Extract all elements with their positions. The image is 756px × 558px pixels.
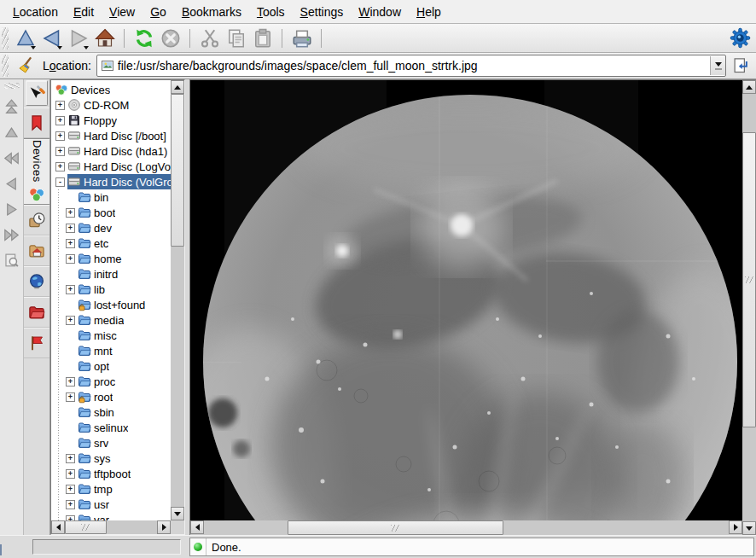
- scroll-left-button[interactable]: [51, 520, 65, 534]
- sidebar-tab-bookmarks[interactable]: [24, 108, 49, 138]
- tree-expander[interactable]: +: [55, 162, 65, 171]
- tree-item-dev[interactable]: + dev: [51, 220, 171, 235]
- viewer-button-scroll-top[interactable]: [1, 94, 23, 119]
- scrollbar-thumb[interactable]: [171, 94, 184, 247]
- toolbar-button-reload[interactable]: [131, 26, 157, 51]
- tree-item-lost-found[interactable]: lost+found: [51, 297, 171, 312]
- viewer-button-previous[interactable]: [1, 171, 23, 196]
- image-horizontal-scrollbar[interactable]: [190, 520, 742, 535]
- scrollbar-thumb[interactable]: [742, 132, 756, 427]
- tree-item-devices[interactable]: Devices: [51, 82, 171, 97]
- viewer-button-first[interactable]: [1, 145, 23, 171]
- tree-item-etc[interactable]: + etc: [51, 235, 171, 251]
- sidebar-tab-services[interactable]: [24, 328, 49, 358]
- sidebar-tab-home-folder[interactable]: [24, 235, 49, 266]
- image-viewport[interactable]: [190, 80, 742, 520]
- tree-item-sbin[interactable]: sbin: [51, 404, 171, 420]
- toolbar-button-print[interactable]: [288, 26, 315, 51]
- toolbar-button-home[interactable]: [91, 26, 118, 51]
- location-input[interactable]: file:/usr/share/backgrounds/images/space…: [96, 55, 726, 77]
- menu-help[interactable]: Help: [409, 2, 449, 22]
- tree-item-hard-disc-logvol0[interactable]: + Hard Disc (LogVol0: [51, 159, 171, 174]
- viewer-button-scroll-up[interactable]: [1, 119, 23, 145]
- location-dropdown-button[interactable]: [710, 56, 725, 75]
- menu-go[interactable]: Go: [142, 2, 174, 22]
- tree-item-cd-rom[interactable]: + CD-ROM: [51, 97, 171, 113]
- tree-item-bin[interactable]: bin: [51, 189, 171, 205]
- tree-expander[interactable]: +: [66, 254, 75, 264]
- toolbar-button-up[interactable]: [12, 26, 38, 51]
- scrollbar-thumb[interactable]: [65, 520, 107, 534]
- toolbar-grip[interactable]: [2, 27, 9, 49]
- tree-item-hard-disc-boot-[interactable]: + Hard Disc [/boot]: [51, 128, 171, 143]
- tree-item-home[interactable]: + home: [51, 251, 171, 266]
- viewer-button-next[interactable]: [1, 196, 23, 222]
- sidebar-tab-history[interactable]: [24, 205, 49, 235]
- tree-item-root[interactable]: + root: [51, 389, 171, 404]
- viewer-toolbar-grip[interactable]: [4, 83, 20, 89]
- tree-horizontal-scrollbar[interactable]: [51, 520, 171, 534]
- tree-expander[interactable]: +: [66, 316, 75, 325]
- sidebar-tab-network[interactable]: [24, 266, 49, 297]
- location-toolbar-grip[interactable]: [2, 55, 9, 77]
- tree-item-sys[interactable]: + sys: [51, 450, 171, 466]
- tree-item-opt[interactable]: opt: [51, 358, 171, 374]
- tree-expander[interactable]: +: [66, 285, 75, 294]
- clear-location-button[interactable]: [15, 55, 39, 77]
- tree-item-var[interactable]: + var: [51, 512, 171, 520]
- scrollbar-thumb[interactable]: [288, 520, 503, 535]
- tree-expander[interactable]: +: [66, 239, 75, 248]
- tree-item-srv[interactable]: srv: [51, 435, 171, 450]
- tree-expander[interactable]: -: [55, 177, 65, 187]
- sidebar-tab-configure[interactable]: [26, 80, 48, 106]
- konqueror-logo-button[interactable]: [727, 26, 753, 51]
- viewer-button-preview[interactable]: [1, 247, 23, 273]
- sidebar-tab-devices[interactable]: Devices: [24, 138, 49, 205]
- tree-expander[interactable]: +: [55, 101, 65, 110]
- scroll-up-button[interactable]: [742, 80, 756, 94]
- scroll-right-button[interactable]: [157, 520, 171, 534]
- menu-location[interactable]: Location: [5, 2, 66, 22]
- menu-tools[interactable]: Tools: [249, 2, 293, 22]
- menu-view[interactable]: View: [102, 2, 142, 22]
- tree-expander[interactable]: +: [66, 500, 75, 509]
- tree-item-selinux[interactable]: selinux: [51, 420, 171, 435]
- viewer-button-last[interactable]: [1, 222, 23, 247]
- tree-expander[interactable]: +: [66, 469, 75, 479]
- tree-item-tmp[interactable]: + tmp: [51, 481, 171, 497]
- tree-item-hard-disc-hda1-[interactable]: + Hard Disc (hda1) [/: [51, 143, 171, 159]
- go-button[interactable]: [730, 55, 752, 77]
- menu-window[interactable]: Window: [351, 2, 409, 22]
- scroll-down-button[interactable]: [171, 507, 184, 520]
- tree-expander[interactable]: +: [55, 147, 65, 156]
- tree-expander[interactable]: +: [66, 392, 75, 402]
- menu-settings[interactable]: Settings: [293, 2, 352, 22]
- tree-expander[interactable]: +: [66, 208, 75, 218]
- menu-bookmarks[interactable]: Bookmarks: [174, 2, 249, 22]
- scroll-right-button[interactable]: [729, 520, 742, 534]
- tree-item-floppy[interactable]: + Floppy: [51, 113, 171, 128]
- tree-item-tftpboot[interactable]: + tftpboot: [51, 466, 171, 481]
- toolbar-button-back[interactable]: [38, 26, 65, 51]
- tree-item-misc[interactable]: misc: [51, 328, 171, 343]
- location-value[interactable]: file:/usr/share/backgrounds/images/space…: [118, 59, 710, 73]
- sidebar-tab-root-folder[interactable]: [24, 297, 49, 328]
- tree-expander[interactable]: +: [66, 454, 75, 463]
- tree-expander[interactable]: +: [66, 224, 75, 233]
- tree-item-hard-disc-volgrou[interactable]: - Hard Disc (VolGrou: [51, 174, 171, 189]
- scroll-left-button[interactable]: [190, 520, 204, 534]
- tree-expander[interactable]: +: [66, 377, 75, 387]
- tree-vertical-scrollbar[interactable]: [171, 80, 184, 520]
- tree-item-mnt[interactable]: mnt: [51, 343, 171, 358]
- image-vertical-scrollbar[interactable]: [742, 80, 756, 535]
- tree-expander[interactable]: +: [66, 485, 75, 494]
- menu-edit[interactable]: Edit: [66, 2, 102, 22]
- tree-item-media[interactable]: + media: [51, 312, 171, 328]
- tree-expander[interactable]: +: [55, 131, 65, 141]
- tree-item-boot[interactable]: + boot: [51, 205, 171, 220]
- scroll-down-button[interactable]: [742, 521, 756, 535]
- scroll-up-button[interactable]: [171, 80, 184, 94]
- tree-item-usr[interactable]: + usr: [51, 497, 171, 512]
- tree-item-initrd[interactable]: initrd: [51, 266, 171, 282]
- tree-expander[interactable]: +: [55, 116, 65, 125]
